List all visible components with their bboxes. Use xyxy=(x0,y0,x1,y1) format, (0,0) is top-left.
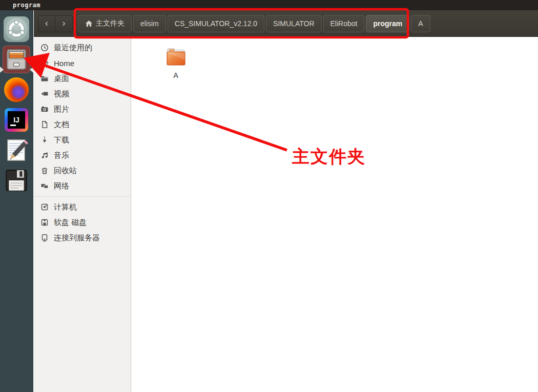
pictures-icon xyxy=(40,105,49,113)
sidebar-item-documents[interactable]: 文档 xyxy=(34,117,131,132)
text-editor-icon xyxy=(4,138,29,162)
sidebar-item-connect-server[interactable]: 连接到服务器 xyxy=(34,230,131,245)
desktop-icon xyxy=(40,74,49,82)
sidebar-item-home[interactable]: Home xyxy=(34,55,131,71)
ubuntu-dash-icon xyxy=(4,16,29,42)
breadcrumb-program-current[interactable]: program xyxy=(366,15,409,32)
floppy-icon xyxy=(40,218,49,226)
breadcrumb-simulator[interactable]: SIMULATOR xyxy=(266,15,321,32)
breadcrumb: 主文件夹 elisim CS_SIMULATOR_v2.12.0 SIMULAT… xyxy=(78,15,430,32)
music-icon xyxy=(40,151,49,159)
videos-icon xyxy=(40,90,49,98)
back-button[interactable]: ‹ xyxy=(38,16,55,32)
computer-icon xyxy=(40,203,49,211)
gnome-topbar: program xyxy=(0,0,538,10)
dock-item-text-editor[interactable] xyxy=(3,136,30,164)
breadcrumb-a[interactable]: A xyxy=(411,15,430,32)
sidebar-separator xyxy=(34,196,131,197)
dock-item-floppy[interactable] xyxy=(3,167,30,194)
places-sidebar: 最近使用的 Home 桌面 视频 图片 xyxy=(34,37,131,392)
folder-item-a[interactable]: A xyxy=(159,44,193,79)
dock-item-intellij[interactable]: IJ xyxy=(3,106,30,134)
floppy-disk-icon xyxy=(5,169,28,192)
sidebar-item-network[interactable]: 网络 xyxy=(34,178,131,194)
sidebar-item-recent[interactable]: 最近使用的 xyxy=(34,40,131,55)
breadcrumb-elisim[interactable]: elisim xyxy=(133,15,166,32)
downloads-icon xyxy=(40,136,49,144)
dock-item-files[interactable] xyxy=(3,46,30,73)
forward-button[interactable]: › xyxy=(55,16,72,32)
headerbar: ‹ › 主文件夹 elisim CS_SIMULATOR_v2.12.0 SIM… xyxy=(34,10,538,37)
breadcrumb-home[interactable]: 主文件夹 xyxy=(78,15,132,32)
sidebar-item-downloads[interactable]: 下载 xyxy=(34,132,131,148)
sidebar-item-trash[interactable]: 回收站 xyxy=(34,163,131,178)
dock-item-firefox[interactable] xyxy=(3,76,30,104)
recent-icon xyxy=(40,44,49,52)
focused-app-indicator xyxy=(30,67,33,73)
sidebar-item-floppy-disk[interactable]: 软盘 磁盘 xyxy=(34,215,131,230)
nav-buttons: ‹ › xyxy=(38,15,73,32)
file-view: A xyxy=(131,37,538,392)
folder-icon xyxy=(163,44,188,68)
dock: IJ xyxy=(0,10,33,392)
sidebar-item-music[interactable]: 音乐 xyxy=(34,148,131,163)
home-icon xyxy=(40,59,49,67)
server-icon xyxy=(40,234,49,242)
home-icon xyxy=(85,20,93,27)
intellij-idea-icon: IJ xyxy=(5,108,28,132)
dock-item-ubuntu-dash[interactable] xyxy=(3,15,30,43)
trash-icon xyxy=(40,167,49,175)
running-app-indicator xyxy=(0,67,4,73)
focused-app-title: program xyxy=(0,2,40,9)
sidebar-item-desktop[interactable]: 桌面 xyxy=(34,71,131,86)
desktop: program xyxy=(0,0,538,392)
breadcrumb-elirobot[interactable]: EliRobot xyxy=(323,15,365,32)
folder-label: A xyxy=(159,71,193,79)
network-icon xyxy=(40,182,49,190)
file-manager-window: ‹ › 主文件夹 elisim CS_SIMULATOR_v2.12.0 SIM… xyxy=(34,10,538,392)
files-icon xyxy=(4,47,29,72)
sidebar-item-pictures[interactable]: 图片 xyxy=(34,101,131,117)
breadcrumb-cs-simulator[interactable]: CS_SIMULATOR_v2.12.0 xyxy=(168,15,264,32)
sidebar-item-videos[interactable]: 视频 xyxy=(34,86,131,101)
documents-icon xyxy=(40,120,49,129)
firefox-icon xyxy=(4,77,29,102)
sidebar-item-computer[interactable]: 计算机 xyxy=(34,199,131,215)
